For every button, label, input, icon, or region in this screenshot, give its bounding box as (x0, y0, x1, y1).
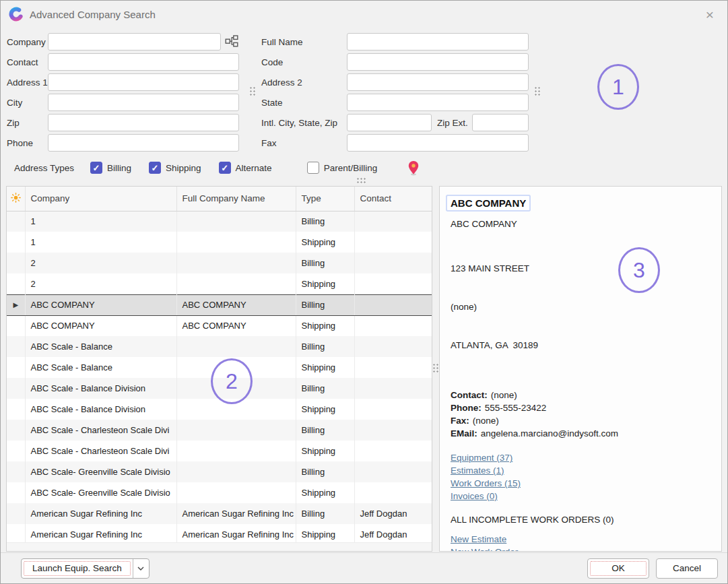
cell-company: ABC Scale - Balance Division (25, 378, 176, 399)
footer-bar: Launch Equip. Search OK Cancel (1, 552, 727, 583)
company-detail-panel: ABC COMPANY ABC COMPANY 123 MAIN STREET … (439, 186, 722, 552)
incomplete-work-orders-line: ALL INCOMPLETE WORK ORDERS (0) (451, 515, 710, 525)
cell-full-company-name (176, 273, 296, 294)
form-splitter-grip-left[interactable] (249, 86, 255, 96)
checkbox-shipping[interactable]: Shipping (149, 162, 201, 174)
work-orders-link[interactable]: Work Orders (15) (451, 477, 521, 490)
city-label: City (1, 98, 48, 108)
column-header-contact[interactable]: Contact (354, 187, 432, 211)
app-logo-icon (9, 7, 24, 22)
detail-fields: Contact:(none) Phone:555-555-23422 Fax:(… (451, 389, 710, 440)
row-indicator (7, 503, 25, 524)
full-name-input[interactable] (347, 33, 529, 51)
cell-type: Shipping (296, 315, 354, 336)
new-work-order-link[interactable]: New Work Order (451, 546, 518, 552)
detail-company-name: ABC COMPANY (451, 219, 710, 229)
zip-ext-input[interactable] (472, 114, 529, 131)
table-row[interactable]: ABC Scale - Balance Shipping (7, 357, 432, 378)
search-form: Company Full Name Con (1, 32, 727, 179)
table-row[interactable]: 2 Billing (7, 253, 432, 273)
row-indicator (7, 441, 25, 461)
table-row[interactable]: ABC Scale - Balance Division Shipping (7, 399, 432, 420)
cell-company: 2 (25, 253, 176, 273)
table-row[interactable]: ABC Scale - Balance Division Billing (7, 378, 432, 399)
phone-input[interactable] (48, 134, 239, 152)
row-indicator (7, 399, 25, 420)
form-splitter-grip-right[interactable] (534, 86, 540, 96)
detail-contact-row: Contact:(none) (451, 389, 710, 401)
table-row[interactable]: 1 Shipping (7, 232, 432, 253)
detail-phone-row: Phone:555-555-23422 (451, 401, 710, 414)
company-input[interactable] (48, 33, 221, 51)
address1-input[interactable] (48, 73, 239, 91)
contact-input[interactable] (48, 53, 239, 71)
map-pin-icon[interactable] (407, 160, 420, 176)
checkbox-parent-billing[interactable]: Parent/Billing (307, 162, 378, 174)
address2-input[interactable] (347, 73, 529, 91)
checkbox-billing[interactable]: Billing (90, 162, 131, 174)
row-indicator (7, 315, 25, 336)
launch-equip-search-button[interactable]: Launch Equip. Search (21, 558, 150, 579)
fax-input[interactable] (347, 134, 529, 152)
table-row[interactable]: ABC Scale - Balance Billing (7, 336, 432, 357)
cell-full-company-name (176, 399, 296, 420)
code-input[interactable] (347, 53, 529, 71)
address2-label: Address 2 (244, 77, 347, 88)
address1-label: Address 1 (1, 77, 48, 88)
main-area: Company Full Company Name Type Contact 1… (6, 186, 722, 552)
table-row[interactable]: ABC Scale- Greenville Scale Divisio Bill… (7, 461, 432, 482)
equipment-link[interactable]: Equipment (37) (451, 451, 512, 464)
company-grid-body: 1 Billing 1 Shipping 2 Billing 2 (7, 211, 432, 545)
close-icon[interactable]: × (702, 6, 718, 23)
row-indicator (7, 232, 25, 253)
company-results-grid: Company Full Company Name Type Contact 1… (6, 186, 432, 552)
row-indicator (7, 461, 25, 482)
cancel-button[interactable]: Cancel (656, 558, 718, 579)
cell-type: Shipping (296, 357, 354, 378)
table-row[interactable]: 1 Billing (7, 211, 432, 232)
cell-company: 1 (25, 232, 176, 253)
cell-company: ABC Scale - Balance Division (25, 399, 176, 420)
table-row[interactable]: ABC Scale - Charlesteon Scale Divi Billi… (7, 420, 432, 441)
detail-fax-row: Fax:(none) (451, 414, 710, 427)
cell-type: Shipping (296, 232, 354, 253)
city-input[interactable] (48, 94, 239, 111)
cell-type: Billing (296, 378, 354, 399)
invoices-link[interactable]: Invoices (0) (451, 490, 498, 502)
intl-city-state-zip-input[interactable] (347, 114, 432, 131)
chevron-down-icon[interactable] (133, 559, 149, 578)
table-row[interactable]: American Sugar Refining Inc American Sug… (7, 524, 432, 545)
cell-company: American Sugar Refining Inc (25, 524, 176, 545)
detail-company-header: ABC COMPANY (447, 196, 529, 210)
table-row[interactable]: ABC Scale- Greenville Scale Divisio Ship… (7, 482, 432, 503)
grid-settings-button[interactable] (7, 187, 25, 211)
column-header-type[interactable]: Type (296, 187, 354, 211)
table-row[interactable]: 2 Shipping (7, 273, 432, 294)
checkbox-alternate[interactable]: Alternate (219, 162, 272, 174)
column-header-full-company-name[interactable]: Full Company Name (176, 187, 296, 211)
estimates-link[interactable]: Estimates (1) (451, 464, 504, 477)
table-row[interactable]: ▶ ABC COMPANY ABC COMPANY Billing (7, 294, 432, 315)
table-row[interactable]: ABC Scale - Charlesteon Scale Divi Shipp… (7, 441, 432, 461)
table-row[interactable]: American Sugar Refining Inc American Sug… (7, 503, 432, 524)
state-label: State (244, 98, 347, 108)
advanced-company-search-dialog: Advanced Company Search × Company (0, 0, 728, 584)
zip-label: Zip (1, 118, 48, 128)
fax-label: Fax (244, 138, 347, 148)
company-lookup-button[interactable] (224, 34, 239, 49)
new-estimate-link[interactable]: New Estimate (451, 533, 506, 546)
state-input[interactable] (347, 94, 529, 111)
zip-input[interactable] (48, 114, 239, 131)
full-name-label: Full Name (244, 37, 347, 47)
cell-full-company-name (176, 211, 296, 232)
cell-full-company-name (176, 378, 296, 399)
cell-full-company-name (176, 232, 296, 253)
cell-contact (354, 420, 432, 441)
org-chart-icon (225, 35, 238, 49)
table-row[interactable]: ABC COMPANY ABC COMPANY Shipping (7, 315, 432, 336)
ok-button[interactable]: OK (587, 558, 649, 579)
checkbox-billing-label: Billing (107, 163, 131, 173)
column-header-company[interactable]: Company (25, 187, 176, 211)
form-bottom-splitter-grip[interactable] (356, 177, 366, 183)
grid-header-row: Company Full Company Name Type Contact (7, 187, 432, 211)
